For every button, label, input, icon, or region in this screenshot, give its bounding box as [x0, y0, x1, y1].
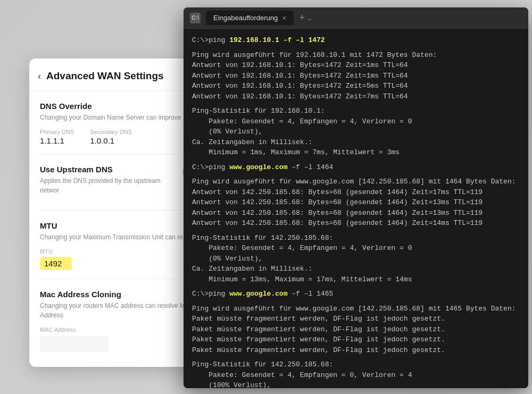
terminal-body: C:\>ping 192.168.10.1 –f –l 1472Ping wir… [184, 29, 528, 388]
terminal-icon: C:\ [190, 13, 201, 23]
upstream-dns-section: Use Upstream DNS Applies the DNS provide… [40, 154, 205, 211]
terminal-output-line: Antwort von 192.168.10.1: Bytes=1472 Zei… [192, 60, 520, 71]
terminal-output-line: Paket müsste fragmentiert werden, DF-Fla… [192, 345, 520, 356]
terminal-blank-line [192, 299, 520, 304]
primary-dns-value: 1.1.1.1 [40, 136, 74, 145]
terminal-add-tab-button[interactable]: + [299, 12, 305, 23]
terminal-cmd-highlight: www.google.com [229, 290, 287, 298]
mtu-value[interactable]: 1492 [40, 257, 72, 270]
terminal-blank-line [192, 284, 520, 289]
terminal-output-line: Antwort von 142.250.185.68: Bytes=68 (ge… [192, 187, 520, 198]
primary-dns-label: Primary DNS [40, 129, 74, 135]
mtu-label: MTU [40, 248, 205, 255]
terminal-cmd-plain: –f –l 1465 [287, 290, 333, 298]
terminal-titlebar: C:\ Eingabeaufforderung × + ⌄ [184, 7, 528, 29]
terminal-output-line: Ping wird ausgeführt für www.google.com … [192, 304, 520, 314]
terminal-output-line: Paket müsste fragmentiert werden, DF-Fla… [192, 334, 520, 345]
mac-cloning-desc: Changing your routers MAC address can re… [40, 301, 205, 320]
terminal-output-line: Ping wird ausgeführt für 192.168.10.1 mi… [192, 50, 520, 61]
mtu-title: MTU [40, 221, 205, 230]
terminal-window: C:\ Eingabeaufforderung × + ⌄ C:\>ping 1… [184, 7, 528, 388]
upstream-dns-desc: Applies the DNS provided by the upstream… [40, 176, 177, 195]
mtu-input-wrap: MTU 1492 [40, 248, 205, 270]
terminal-output-line: Pakete: Gesendet = 4, Empfangen = 0, Ver… [192, 370, 520, 381]
terminal-output-line: Antwort von 192.168.10.1: Bytes=1472 Zei… [192, 91, 520, 102]
mac-input-field[interactable] [40, 336, 109, 352]
mtu-section: MTU Changing your Maximum Transmission U… [40, 211, 205, 279]
terminal-blank-line [192, 229, 520, 233]
terminal-tab[interactable]: Eingabeaufforderung × [206, 11, 294, 25]
terminal-blank-line [192, 172, 520, 177]
terminal-tab-title: Eingabeaufforderung [213, 14, 278, 22]
terminal-output-line: Pakete: Gesendet = 4, Empfangen = 4, Ver… [192, 116, 520, 127]
terminal-close-button[interactable]: × [282, 14, 286, 22]
terminal-icon-label: C:\ [192, 15, 198, 21]
mac-cloning-section: Mac Address Cloning Changing your router… [40, 279, 205, 361]
terminal-output-line: Ca. Zeitangaben in Millisek.: [192, 137, 520, 148]
mac-cloning-title: Mac Address Cloning [40, 290, 205, 299]
terminal-blank-line [192, 158, 520, 162]
terminal-output-line: (0% Verlust), [192, 127, 520, 137]
mac-label: MAC Address [40, 326, 205, 333]
terminal-output-line: Ping-Statistik für 142.250.185.68: [192, 233, 520, 244]
terminal-output-line: Ca. Zeitangaben in Millisek.: [192, 264, 520, 274]
terminal-output-line: (100% Verlust), [192, 380, 520, 388]
dns-override-section: DNS Override Changing your Domain Name S… [40, 91, 205, 154]
terminal-output-line: Minimum = 13ms, Maximum = 17ms, Mittelwe… [192, 274, 520, 285]
settings-panel-title: Advanced WAN Settings [46, 70, 164, 82]
terminal-tab-chevron[interactable]: ⌄ [307, 14, 312, 22]
dns-override-title: DNS Override [40, 102, 205, 111]
terminal-output-line: Pakete: Gesendet = 4, Empfangen = 4, Ver… [192, 243, 520, 254]
secondary-dns-col: Secondary DNS 1.0.0.1 [90, 129, 132, 145]
back-button[interactable]: ‹ [38, 71, 41, 81]
dns-row: Primary DNS 1.1.1.1 Secondary DNS 1.0.0.… [40, 129, 205, 145]
terminal-cmd-plain: –f –l 1464 [287, 163, 333, 171]
secondary-dns-value: 1.0.0.1 [90, 136, 132, 145]
terminal-output-line: Antwort von 142.250.185.68: Bytes=68 (ge… [192, 218, 520, 229]
terminal-output-line: Antwort von 142.250.185.68: Bytes=68 (ge… [192, 197, 520, 208]
terminal-blank-line [192, 46, 520, 50]
terminal-cmd-prefix: C:\>ping [192, 36, 229, 44]
terminal-output-line: Minimum = 1ms, Maximum = 7ms, Mittelwert… [192, 147, 520, 158]
upstream-dns-row: Use Upstream DNS Applies the DNS provide… [40, 165, 205, 202]
terminal-cmd-line: C:\>ping www.google.com –f –l 1464 [192, 162, 520, 173]
terminal-output-line: Antwort von 192.168.10.1: Bytes=1472 Zei… [192, 81, 520, 91]
terminal-output-line: Antwort von 142.250.185.68: Bytes=68 (ge… [192, 208, 520, 219]
terminal-output-line: (0% Verlust), [192, 254, 520, 264]
terminal-blank-line [192, 355, 520, 359]
terminal-output-line: Ping wird ausgeführt für www.google.com … [192, 177, 520, 187]
terminal-cmd-highlight: 192.168.10.1 –f –l 1472 [229, 36, 325, 44]
terminal-output-line: Antwort von 192.168.10.1: Bytes=1472 Zei… [192, 71, 520, 81]
mac-input-wrap: MAC Address [40, 326, 205, 352]
primary-dns-col: Primary DNS 1.1.1.1 [40, 129, 74, 145]
upstream-dns-title: Use Upstream DNS [40, 165, 177, 174]
terminal-output-line: Ping-Statistik für 192.168.10.1: [192, 106, 520, 116]
terminal-output-line: Paket müsste fragmentiert werden, DF-Fla… [192, 324, 520, 335]
terminal-cmd-line: C:\>ping www.google.com –f –l 1465 [192, 289, 520, 299]
terminal-blank-line [192, 102, 520, 106]
upstream-dns-info: Use Upstream DNS Applies the DNS provide… [40, 165, 177, 202]
terminal-output-line: Paket müsste fragmentiert werden, DF-Fla… [192, 314, 520, 324]
terminal-output-line: Ping-Statistik für 142.250.185.68: [192, 359, 520, 370]
terminal-cmd-highlight: www.google.com [229, 163, 287, 171]
terminal-cmd-line: C:\>ping 192.168.10.1 –f –l 1472 [192, 35, 520, 46]
terminal-cmd-prefix: C:\>ping [192, 290, 229, 298]
dns-override-desc: Changing your Domain Name Server can imp… [40, 113, 205, 122]
mtu-desc: Changing your Maximum Transmission Unit … [40, 232, 205, 242]
terminal-cmd-prefix: C:\>ping [192, 163, 229, 171]
secondary-dns-label: Secondary DNS [90, 129, 132, 135]
